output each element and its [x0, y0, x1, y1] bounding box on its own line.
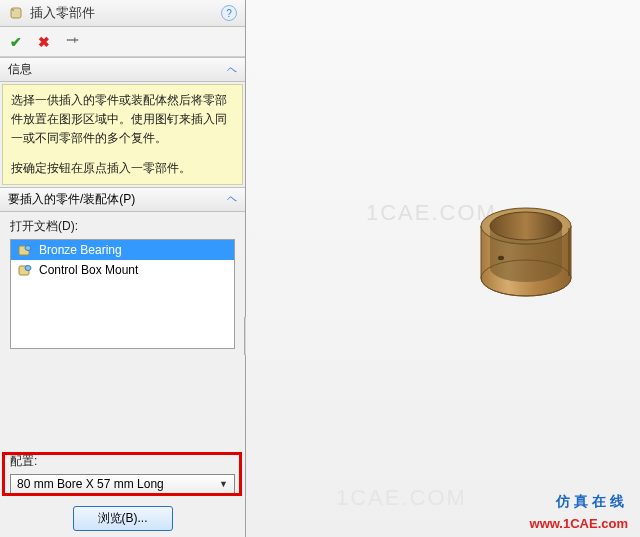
info-paragraph: 选择一供插入的零件或装配体然后将零部件放置在图形区域中。使用图钉来插入同一或不同… — [11, 91, 234, 149]
help-icon[interactable]: ? — [221, 5, 237, 21]
config-value: 80 mm Bore X 57 mm Long — [17, 477, 164, 491]
insert-component-icon — [8, 5, 24, 21]
watermark-text: 1CAE.COM — [336, 485, 467, 511]
panel-header: 插入零部件 ? — [0, 0, 245, 27]
chevron-up-icon: ヘ — [227, 192, 237, 206]
config-select[interactable]: 80 mm Bore X 57 mm Long ▼ — [10, 474, 235, 494]
open-documents-list[interactable]: Bronze Bearing Control Box Mount — [10, 239, 235, 349]
svg-point-10 — [498, 256, 504, 260]
svg-point-1 — [12, 9, 14, 11]
panel-title: 插入零部件 — [30, 4, 221, 22]
svg-point-9 — [490, 212, 562, 240]
pin-button[interactable] — [66, 33, 80, 50]
list-item[interactable]: Control Box Mount — [11, 260, 234, 280]
list-item-label: Control Box Mount — [39, 263, 138, 277]
browse-row: 浏览(B)... — [0, 500, 245, 537]
svg-point-6 — [25, 265, 31, 270]
bronze-bearing-model — [461, 196, 591, 306]
cancel-button[interactable]: ✖ — [38, 34, 50, 50]
parts-section-title: 要插入的零件/装配体(P) — [8, 191, 135, 208]
info-section-header[interactable]: 信息 ヘ — [0, 57, 245, 82]
config-section: 配置: 80 mm Bore X 57 mm Long ▼ — [0, 447, 245, 500]
parts-section-header[interactable]: 要插入的零件/装配体(P) ヘ — [0, 187, 245, 212]
info-paragraph: 按确定按钮在原点插入一零部件。 — [11, 159, 234, 178]
part-icon — [17, 262, 33, 278]
browse-button[interactable]: 浏览(B)... — [73, 506, 173, 531]
task-panel: 插入零部件 ? ✔ ✖ 信息 ヘ 选择一供插入的零件或装配体然后将零部件放置在图… — [0, 0, 246, 537]
chevron-up-icon: ヘ — [227, 63, 237, 77]
svg-rect-2 — [67, 39, 69, 41]
action-row: ✔ ✖ — [0, 27, 245, 57]
ok-button[interactable]: ✔ — [10, 34, 22, 50]
svg-point-4 — [25, 245, 31, 250]
config-label: 配置: — [10, 453, 235, 470]
parts-section-body: 打开文档(D): Bronze Bearing Co — [0, 212, 245, 355]
part-icon — [17, 242, 33, 258]
list-item[interactable]: Bronze Bearing — [11, 240, 234, 260]
footer-brand: 仿真在线 — [556, 493, 628, 511]
list-item-label: Bronze Bearing — [39, 243, 122, 257]
graphics-viewport[interactable]: 1CAE.COM — [246, 0, 640, 537]
info-section-title: 信息 — [8, 61, 32, 78]
footer-url: www.1CAE.com — [530, 516, 628, 531]
open-doc-label: 打开文档(D): — [10, 218, 235, 235]
dropdown-icon: ▼ — [219, 479, 228, 489]
info-box: 选择一供插入的零件或装配体然后将零部件放置在图形区域中。使用图钉来插入同一或不同… — [2, 84, 243, 185]
